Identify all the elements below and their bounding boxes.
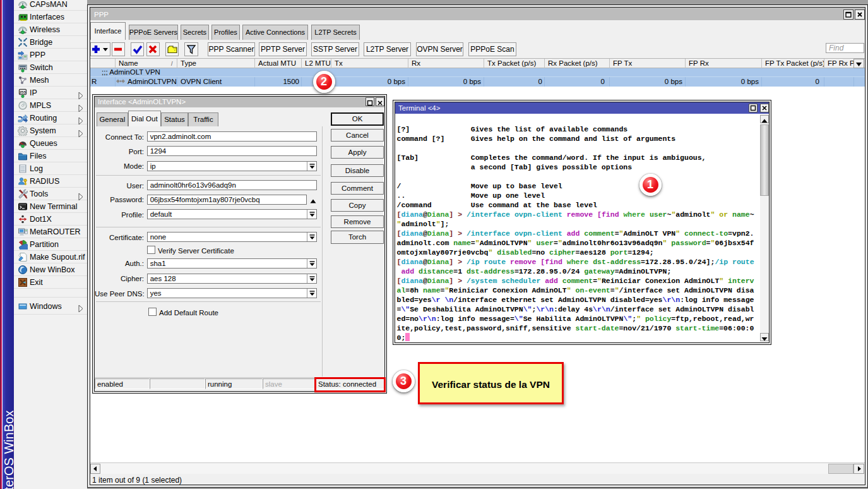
- svg-text:255: 255: [20, 90, 27, 94]
